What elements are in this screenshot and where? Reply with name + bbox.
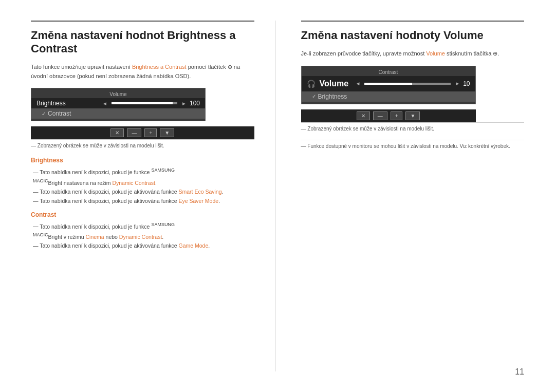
volume-label: Volume xyxy=(320,79,350,88)
osd-contrast-row: ✓ Contrast xyxy=(31,108,205,119)
intro-text-before: Tato funkce umožňuje upravit nastavení xyxy=(31,64,132,70)
osd-brightness-row: Brightness ◄ ► 100 xyxy=(31,98,205,108)
left-column: Změna nastavení hodnot Brightness a Cont… xyxy=(31,21,275,371)
osd-right-btn-down[interactable]: ▼ xyxy=(405,111,420,120)
left-title: Změna nastavení hodnot Brightness a Cont… xyxy=(31,21,254,55)
right-note-2: Funkce dostupné v monitoru se mohou liši… xyxy=(301,140,525,149)
osd-right-btn-minus[interactable]: — xyxy=(373,111,387,120)
osd-right-arrow-right: ► xyxy=(455,81,460,86)
osd-check-icon: ✓ xyxy=(42,111,46,117)
osd-right-slider-fill xyxy=(364,83,412,85)
osd-box-left: Volume Brightness ◄ ► 100 ✓ Contrast xyxy=(31,88,206,121)
osd-right-buttons: ✕ — + ▼ xyxy=(301,109,476,122)
osd-brightness-label: Brightness xyxy=(36,100,102,107)
osd-right-btn-plus[interactable]: + xyxy=(391,111,403,120)
osd-header: Volume xyxy=(31,90,205,98)
intro-btn: ⊕ xyxy=(228,64,232,70)
osd-buttons: ✕ — + ▼ xyxy=(31,126,254,139)
right-note-1: Zobrazený obrázek se může v závislosti n… xyxy=(301,122,525,132)
intro-text-mid: pomocí tlačítek xyxy=(187,64,228,70)
intro-highlight: Brightness a Contrast xyxy=(132,64,187,70)
brightness-note-2: Tato nabídka není k dispozici, pokud je … xyxy=(31,188,254,197)
osd-right-sub-row: ✓ Brightness xyxy=(302,91,475,102)
osd-slider-fill xyxy=(112,102,173,104)
osd-volume-row: 🎧 Volume ◄ ► 10 xyxy=(302,76,475,91)
left-intro: Tato funkce umožňuje upravit nastavení B… xyxy=(31,63,254,81)
osd-arrow-right: ► xyxy=(181,101,187,106)
osd-arrow-left: ◄ xyxy=(102,101,107,106)
right-title: Změna nastavení hodnoty Volume xyxy=(301,21,525,42)
osd-btn-down[interactable]: ▼ xyxy=(160,128,174,137)
page-number: 11 xyxy=(515,367,524,377)
osd-btn-minus[interactable]: — xyxy=(127,128,141,137)
volume-icon: 🎧 xyxy=(307,80,316,88)
contrast-note-2: Tato nabídka není k dispozici, pokud je … xyxy=(31,241,254,251)
contrast-subtitle: Contrast xyxy=(31,211,254,218)
osd-box-right: Contrast 🎧 Volume ◄ ► 10 ✓ Brightness xyxy=(301,66,476,104)
osd-right-value: 10 xyxy=(463,80,470,87)
osd-contrast-label: Contrast xyxy=(48,110,200,117)
right-intro: Je-li zobrazen průvodce tlačítky, upravt… xyxy=(301,49,525,59)
osd-right-sub-label: Brightness xyxy=(318,93,470,100)
osd-right-header: Contrast xyxy=(302,68,475,76)
brightness-note-3: Tato nabídka není k dispozici, pokud je … xyxy=(31,197,254,206)
osd-slider-track xyxy=(112,102,177,104)
contrast-note-1: Tato nabídka není k dispozici, pokud je … xyxy=(31,221,254,242)
brightness-subtitle: Brightness xyxy=(31,157,254,164)
osd-btn-plus[interactable]: + xyxy=(144,128,157,137)
osd-right-arrow-left: ◄ xyxy=(356,81,361,86)
osd-right-slider-track xyxy=(364,83,451,85)
osd-value: 100 xyxy=(190,100,200,107)
osd-btn-x[interactable]: ✕ xyxy=(110,128,124,137)
brightness-note-1: Tato nabídka není k dispozici, pokud je … xyxy=(31,166,254,188)
left-note: Zobrazený obrázek se může v závislosti n… xyxy=(31,139,254,148)
right-column: Změna nastavení hodnoty Volume Je-li zob… xyxy=(275,21,525,371)
osd-right-check: ✓ xyxy=(312,94,316,99)
osd-right-btn-x[interactable]: ✕ xyxy=(357,111,370,120)
